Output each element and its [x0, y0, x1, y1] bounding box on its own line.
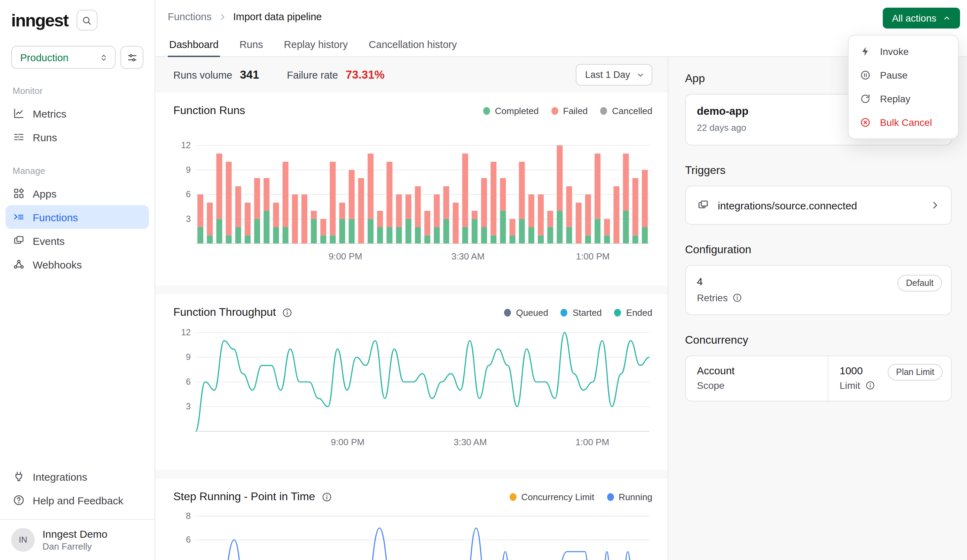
function-runs-chart: 369129:00 PM3:30 AM1:00 PM: [173, 120, 653, 285]
sidebar-item-label: Events: [33, 235, 65, 247]
runs-volume-stat: Runs volume 341: [173, 68, 259, 81]
sidebar-item-integrations[interactable]: Integrations: [6, 465, 149, 488]
legend-item-concurrency-limit: Concurrency Limit: [510, 491, 594, 502]
runs-volume-label: Runs volume: [173, 69, 232, 81]
menu-item-bulk-cancel[interactable]: Bulk Cancel: [849, 110, 958, 134]
retries-card: 4 Retries Default: [685, 265, 952, 315]
sidebar-item-help-and-feedback[interactable]: Help and Feedback: [6, 488, 149, 512]
legend-dot: [607, 493, 614, 501]
legend-label: Running: [619, 491, 652, 502]
step-running-title: Step Running - Point in Time: [173, 491, 315, 503]
trigger-name: integrations/source.connected: [718, 199, 857, 211]
menu-item-replay[interactable]: Replay: [849, 87, 958, 110]
sliders-icon: [126, 52, 137, 63]
svg-text:3: 3: [186, 214, 191, 224]
sidebar-item-webhooks[interactable]: Webhooks: [6, 252, 149, 276]
sidebar-item-functions[interactable]: Functions: [6, 205, 149, 229]
function-throughput-title: Function Throughput: [173, 306, 276, 319]
sidebar-item-events[interactable]: Events: [6, 229, 149, 252]
failure-rate-label: Failure rate: [287, 69, 338, 81]
function-throughput-chart: 369129:00 PM3:30 AM1:00 PM: [173, 322, 653, 469]
triggers-section: Triggers integrations/source.connected: [685, 164, 952, 225]
legend-label: Started: [573, 307, 602, 318]
event-icon: [697, 199, 710, 211]
user-menu[interactable]: IN Inngest Demo Dan Farrelly: [0, 519, 155, 553]
pause-icon: [860, 69, 871, 81]
avatar: IN: [11, 528, 35, 552]
menu-item-label: Replay: [880, 93, 910, 104]
svg-text:4: 4: [186, 558, 191, 560]
svg-text:6: 6: [186, 535, 191, 544]
svg-text:3:30 AM: 3:30 AM: [452, 251, 485, 262]
svg-text:9:00 PM: 9:00 PM: [331, 437, 365, 447]
environment-settings-button[interactable]: [120, 46, 144, 69]
failure-rate-value: 73.31%: [346, 68, 384, 81]
breadcrumb-functions-link[interactable]: Functions: [168, 11, 212, 22]
info-icon[interactable]: [282, 307, 293, 318]
menu-item-label: Pause: [880, 69, 908, 81]
breadcrumb: Functions Import data pipeline: [155, 0, 967, 22]
menu-item-invoke[interactable]: Invoke: [849, 40, 958, 63]
info-icon[interactable]: [321, 491, 332, 502]
info-icon[interactable]: [733, 293, 743, 303]
tab-runs[interactable]: Runs: [238, 32, 264, 57]
webhooks-icon: [13, 258, 25, 271]
app-root: inngest Production: [0, 0, 967, 560]
step-running-card: Step Running - Point in Time Concurrency…: [155, 479, 668, 560]
tab-bar: DashboardRunsReplay historyCancellation …: [168, 32, 458, 57]
sidebar-item-label: Functions: [33, 211, 78, 223]
failure-rate-stat: Failure rate 73.31%: [287, 68, 384, 81]
legend-dot: [504, 308, 511, 316]
concurrency-section-title: Concurrency: [685, 334, 952, 346]
svg-text:1:00 PM: 1:00 PM: [576, 251, 610, 262]
legend-item-running: Running: [607, 491, 652, 502]
sidebar-nav: MonitorMetricsRunsManageAppsFunctionsEve…: [0, 86, 155, 276]
legend-dot: [561, 308, 568, 316]
legend-dot: [510, 493, 517, 501]
tab-cancellation-history[interactable]: Cancellation history: [367, 32, 458, 57]
svg-text:9: 9: [186, 352, 191, 362]
function-runs-legend: CompletedFailedCancelled: [483, 105, 652, 116]
concurrency-section: Concurrency Account Scope 1000 Limit: [685, 334, 952, 401]
environment-selector[interactable]: Production: [11, 46, 116, 69]
chevron-right-icon: [218, 12, 227, 21]
sidebar-item-label: Metrics: [33, 107, 66, 119]
runs-volume-value: 341: [240, 68, 259, 81]
nav-section-manage: ManageAppsFunctionsEventsWebhooks: [0, 166, 155, 276]
configuration-section-title: Configuration: [685, 244, 952, 256]
legend-label: Failed: [563, 105, 588, 116]
sidebar-item-apps[interactable]: Apps: [6, 181, 149, 205]
svg-text:12: 12: [181, 140, 191, 150]
sidebar-item-label: Runs: [33, 131, 57, 143]
sidebar-item-metrics[interactable]: Metrics: [6, 102, 149, 125]
retries-label: Retries: [697, 292, 728, 303]
sidebar-bottom: IntegrationsHelp and Feedback IN Inngest…: [0, 465, 155, 553]
tab-replay-history[interactable]: Replay history: [283, 32, 350, 57]
info-icon[interactable]: [865, 380, 875, 390]
time-range-selector[interactable]: Last 1 Day: [576, 64, 652, 86]
tab-dashboard[interactable]: Dashboard: [168, 32, 220, 57]
all-actions-button[interactable]: All actions: [883, 8, 960, 28]
legend-dot: [614, 308, 621, 316]
legend-item-failed: Failed: [551, 105, 588, 116]
function-runs-title: Function Runs: [173, 104, 245, 117]
menu-item-label: Bulk Cancel: [880, 117, 932, 128]
apps-icon: [13, 187, 25, 200]
sidebar-item-label: Integrations: [33, 471, 87, 483]
user-subtitle: Dan Farrelly: [43, 541, 107, 552]
legend-item-ended: Ended: [614, 307, 652, 318]
sidebar-item-runs[interactable]: Runs: [6, 125, 149, 149]
default-badge: Default: [898, 275, 942, 292]
replay-icon: [860, 93, 871, 104]
concurrency-limit-label: Limit: [840, 380, 860, 391]
svg-text:1:00 PM: 1:00 PM: [575, 437, 609, 447]
legend-item-queued: Queued: [504, 307, 548, 318]
svg-text:3:30 AM: 3:30 AM: [454, 437, 487, 447]
concurrency-scope-label: Scope: [697, 380, 724, 391]
menu-item-pause[interactable]: Pause: [849, 63, 958, 87]
trigger-row[interactable]: integrations/source.connected: [686, 186, 951, 224]
all-actions-label: All actions: [892, 13, 936, 24]
sidebar-top: inngest Production: [0, 10, 155, 276]
search-button[interactable]: [77, 10, 97, 31]
legend-label: Queued: [516, 307, 548, 318]
